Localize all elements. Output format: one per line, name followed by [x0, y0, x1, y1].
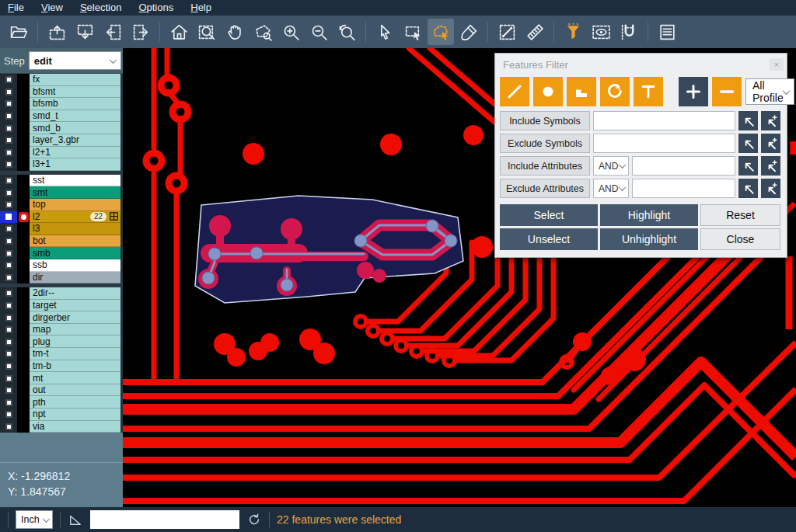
layers-panel-button[interactable]: [654, 19, 680, 45]
layer-label[interactable]: fx: [30, 74, 120, 86]
layer-checkbox-cell[interactable]: [0, 211, 17, 224]
layer-row-smb[interactable]: smb: [0, 247, 123, 259]
filter-button[interactable]: [560, 19, 586, 45]
exclude-symbols-pick-button[interactable]: [738, 134, 758, 153]
layer-label[interactable]: l2+1: [30, 147, 120, 159]
layer-row-tm-b[interactable]: tm-b: [0, 360, 123, 373]
layer-checkbox[interactable]: [5, 100, 12, 107]
layer-checkbox-cell[interactable]: [0, 158, 17, 171]
layer-row-npt[interactable]: npt: [0, 409, 123, 421]
unselect-button[interactable]: Unselect: [500, 228, 598, 250]
zoom-out-button[interactable]: [305, 19, 332, 45]
layer-label[interactable]: bot: [30, 235, 120, 248]
layer-checkbox-cell[interactable]: [0, 134, 17, 147]
layer-checkbox-cell[interactable]: [0, 421, 17, 433]
layer-row-target[interactable]: target: [0, 300, 123, 312]
layer-row-2dir--[interactable]: 2dir--: [0, 287, 123, 300]
menu-view[interactable]: View: [33, 1, 72, 15]
menu-help[interactable]: Help: [182, 1, 220, 15]
layer-label[interactable]: l3: [30, 223, 120, 235]
zoom-area-button[interactable]: [194, 19, 220, 45]
layer-checkbox-cell[interactable]: [0, 74, 17, 86]
work-layer-cell[interactable]: [17, 396, 30, 409]
refresh-icon[interactable]: [246, 512, 262, 527]
select-button[interactable]: Select: [500, 204, 598, 226]
reset-button[interactable]: Reset: [700, 204, 780, 226]
work-layer-cell[interactable]: [17, 235, 30, 248]
home-button[interactable]: [166, 19, 192, 45]
layer-label[interactable]: smb: [30, 247, 120, 259]
exclude-attributes-logic-dropdown[interactable]: AND: [593, 179, 629, 198]
work-layer-cell[interactable]: [17, 348, 30, 360]
layer-checkbox-cell[interactable]: [0, 360, 17, 373]
layer-checkbox-cell[interactable]: [0, 223, 17, 235]
work-layer-cell[interactable]: [17, 300, 30, 312]
layer-checkbox-cell[interactable]: [0, 311, 17, 324]
layer-row-bot[interactable]: bot: [0, 235, 123, 248]
layer-checkbox-cell[interactable]: [0, 348, 17, 360]
layer-checkbox[interactable]: [5, 238, 12, 245]
include-attributes-pick-add-button[interactable]: [761, 156, 780, 176]
layer-label[interactable]: target: [30, 300, 120, 312]
layer-label[interactable]: mt: [30, 372, 120, 384]
layer-checkbox[interactable]: [5, 302, 12, 309]
units-dropdown[interactable]: Inch: [16, 510, 53, 529]
layer-row-l2[interactable]: l222: [0, 211, 123, 224]
layer-row-dirgerber[interactable]: dirgerber: [0, 311, 123, 324]
pan-hand-button[interactable]: [222, 19, 248, 45]
layer-row-bfsmb[interactable]: bfsmb: [0, 98, 123, 110]
layer-row-bfsmt[interactable]: bfsmt: [0, 86, 123, 99]
layer-checkbox-cell[interactable]: [0, 147, 17, 159]
layer-label[interactable]: dirgerber: [30, 311, 120, 324]
layer-checkbox-cell[interactable]: [0, 98, 17, 110]
layer-checkbox[interactable]: [5, 125, 12, 132]
exclude-attributes-pick-add-button[interactable]: [761, 179, 780, 198]
layer-checkbox[interactable]: [5, 76, 12, 83]
work-layer-cell[interactable]: [17, 384, 30, 397]
layer-checkbox[interactable]: [5, 339, 12, 346]
dialog-title-bar[interactable]: Features Filter ×: [495, 54, 787, 73]
zoom-previous-button[interactable]: [333, 19, 360, 45]
layer-label[interactable]: l222: [30, 211, 120, 224]
highlight-button[interactable]: Highlight: [600, 204, 698, 226]
layer-checkbox[interactable]: [5, 225, 12, 232]
layer-label[interactable]: out: [30, 384, 120, 397]
include-symbols-input[interactable]: [593, 111, 735, 130]
profile-dropdown[interactable]: All Profile: [745, 78, 794, 105]
layer-row-smd_b[interactable]: smd_b: [0, 122, 123, 134]
work-layer-cell[interactable]: [17, 223, 30, 235]
work-layer-cell[interactable]: [17, 259, 30, 272]
close-icon[interactable]: ×: [770, 58, 784, 71]
snap-button[interactable]: [616, 19, 642, 45]
layer-checkbox[interactable]: [5, 250, 12, 257]
layer-checkbox[interactable]: [5, 274, 12, 281]
layer-label[interactable]: map: [30, 324, 120, 336]
layer-row-sst[interactable]: sst: [0, 175, 123, 187]
layer-row-l3+1[interactable]: l3+1: [0, 158, 123, 171]
pan-left-button[interactable]: [100, 19, 126, 45]
feature-type-pad-button[interactable]: [533, 77, 563, 106]
layer-checkbox[interactable]: [5, 89, 12, 96]
layer-row-fx[interactable]: fx: [0, 74, 123, 86]
layer-row-mt[interactable]: mt: [0, 372, 123, 384]
include-attributes-input[interactable]: [632, 156, 735, 176]
layer-row-out[interactable]: out: [0, 384, 123, 397]
layer-checkbox[interactable]: [5, 363, 12, 370]
layer-checkbox[interactable]: [5, 177, 12, 184]
pan-right-button[interactable]: [127, 19, 154, 45]
include-attributes-pick-button[interactable]: [738, 156, 758, 176]
layer-checkbox[interactable]: [5, 113, 12, 120]
include-symbols-pick-button[interactable]: [738, 111, 758, 130]
work-layer-cell[interactable]: [17, 134, 30, 147]
layer-checkbox[interactable]: [5, 387, 12, 394]
work-layer-cell[interactable]: [17, 372, 30, 384]
layer-checkbox-cell[interactable]: [0, 324, 17, 336]
work-layer-cell[interactable]: [17, 98, 30, 110]
exclude-symbols-input[interactable]: [593, 134, 735, 153]
layer-checkbox-cell[interactable]: [0, 86, 17, 99]
menu-options[interactable]: Options: [130, 1, 182, 15]
corner-measure-icon[interactable]: [68, 512, 83, 527]
layer-label[interactable]: 2dir--: [30, 287, 120, 300]
exclude-symbols-button[interactable]: Exclude Symbols: [500, 134, 590, 153]
feature-type-line-button[interactable]: [500, 77, 529, 106]
